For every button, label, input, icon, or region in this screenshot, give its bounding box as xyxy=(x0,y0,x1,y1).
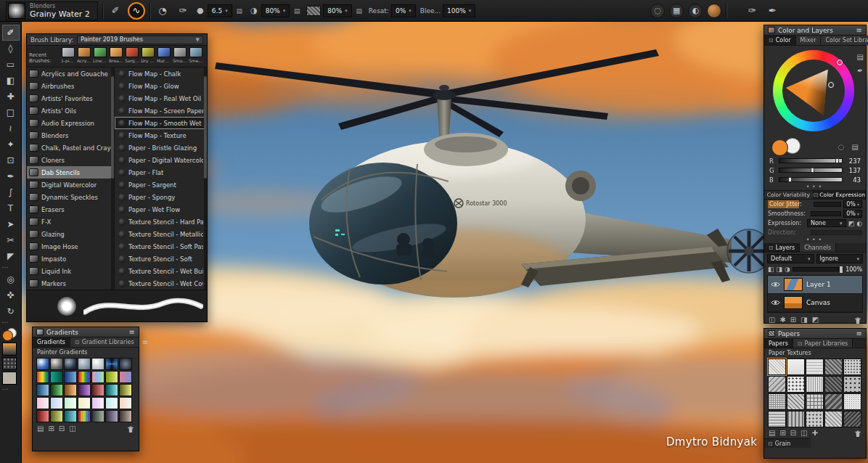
color-wheel-options-icon[interactable]: ✒ xyxy=(857,67,863,75)
smoothness-slider[interactable] xyxy=(811,211,841,216)
brush-category[interactable]: Digital Watercolor xyxy=(27,179,114,191)
blend-mode-dropdown[interactable]: Default▾ xyxy=(767,254,814,263)
perspective-grid-icon[interactable]: ▦ xyxy=(669,4,684,18)
lasso-tool[interactable]: ≀ xyxy=(2,120,20,136)
spinner-icon[interactable]: ▾ xyxy=(857,202,859,207)
brush-variant[interactable]: Flow Map - Smooth Wet Oil xyxy=(115,117,207,129)
grain-input[interactable]: 80%▾ xyxy=(323,4,352,17)
gradient-swatch[interactable] xyxy=(105,410,118,422)
gradient-swatch[interactable] xyxy=(105,397,118,409)
recent-brush[interactable]: Broad... xyxy=(109,47,123,63)
brush-variant[interactable]: Flow Map - Screen Paper xyxy=(115,105,207,117)
color-marker[interactable] xyxy=(828,82,834,88)
mirror-painting-icon[interactable]: ◐ xyxy=(688,4,703,18)
color-wheel[interactable]: ▤ ✒ xyxy=(764,46,866,137)
paper-swatch[interactable] xyxy=(824,358,843,375)
brush-category[interactable]: Artists' Oils xyxy=(27,105,114,117)
preserve-transparency-icon[interactable]: ◧ xyxy=(768,266,774,273)
panel-header[interactable]: Gradients ≡ xyxy=(33,327,139,337)
gradient-swatch[interactable] xyxy=(78,358,91,370)
gradient-swatch[interactable] xyxy=(119,358,132,370)
gradient-swatch[interactable] xyxy=(64,384,77,396)
gradient-swatch[interactable] xyxy=(64,397,77,409)
magic-wand-tool[interactable]: ✦ xyxy=(2,136,20,152)
brush-library-dropdown[interactable]: Painter 2019 Brushes▼ xyxy=(77,36,203,44)
gradient-swatch[interactable] xyxy=(119,371,132,383)
dynamic-plugins-icon[interactable]: ✱ xyxy=(779,316,785,324)
brush-variant[interactable]: Paper - Wet Flow xyxy=(115,203,207,216)
recent-brush[interactable]: Dry Pal... xyxy=(141,47,155,63)
quick-brush-icon[interactable]: ✑ xyxy=(744,3,760,19)
paper-swatch[interactable] xyxy=(806,376,824,393)
brush-variant[interactable]: Texture Stencil - Metallic xyxy=(115,228,207,240)
paper-swatch[interactable] xyxy=(787,393,805,410)
color-values-toggle-icon[interactable]: ▤ xyxy=(852,143,859,151)
gradient-swatch[interactable] xyxy=(36,384,49,396)
recent-brush[interactable]: Linear... xyxy=(93,47,107,63)
gradient-swatch[interactable] xyxy=(36,397,49,409)
edit-brush-icon[interactable]: ✒ xyxy=(764,3,780,19)
brush-variant[interactable]: Flow Map - Texture xyxy=(115,129,207,142)
delete-paper-icon[interactable] xyxy=(854,430,861,438)
brush-category[interactable]: Acrylics and Gouache xyxy=(27,67,114,80)
brush-variant[interactable]: Flow Map - Real Wet Oil xyxy=(115,92,207,105)
gradient-swatch[interactable] xyxy=(91,358,105,370)
scissors-tool[interactable]: ✂ xyxy=(2,232,20,248)
paper-swatch[interactable] xyxy=(768,411,786,427)
brush-variant[interactable]: Texture Stencil - Wet Buildup xyxy=(115,265,207,277)
gradient-swatch[interactable] xyxy=(36,410,49,422)
new-gradient-icon[interactable]: ◫ xyxy=(69,425,75,433)
color-jitter-slider[interactable] xyxy=(814,202,841,207)
paper-swatch[interactable] xyxy=(768,358,786,375)
gradient-swatch[interactable] xyxy=(78,384,91,396)
brush-category[interactable]: Dynamic Speckles xyxy=(27,191,114,203)
brush-category[interactable]: Erasers xyxy=(27,203,114,216)
hue-ring[interactable] xyxy=(773,50,854,131)
grain-slider-icon[interactable]: ▤ xyxy=(354,7,364,15)
brush-category[interactable]: Artists' Favorites xyxy=(27,92,114,105)
crop-tool[interactable]: ⊡ xyxy=(2,152,20,168)
expression-settings-icon[interactable]: ◐ xyxy=(856,220,862,227)
spinner-icon[interactable]: ▾ xyxy=(409,8,412,14)
brush-variant[interactable]: Paper - Digital Watercolor Par xyxy=(115,154,207,166)
layer-row-layer-1[interactable]: Layer 1 xyxy=(768,276,862,294)
text-tool[interactable]: T xyxy=(2,200,20,216)
primary-color-swatch[interactable] xyxy=(771,139,788,156)
tab-gradient-libraries[interactable]: ⊡Gradient Libraries xyxy=(70,337,139,347)
gradient-swatch[interactable] xyxy=(91,384,105,396)
recent-brush[interactable]: 1-pixel... xyxy=(61,47,75,63)
gradient-swatch[interactable] xyxy=(64,371,77,383)
pattern-selector[interactable] xyxy=(2,357,17,370)
paper-swatch[interactable] xyxy=(787,411,805,427)
gradient-swatch[interactable] xyxy=(50,410,63,422)
kaleidoscope-ball-icon[interactable] xyxy=(707,4,721,18)
gradient-swatch[interactable] xyxy=(119,397,132,409)
panel-header[interactable]: Papers ≡ xyxy=(764,329,866,339)
paper-swatch[interactable] xyxy=(843,376,861,393)
composite-depth-dropdown[interactable]: Ignore▾ xyxy=(816,254,864,263)
paper-swatch[interactable] xyxy=(843,411,861,427)
green-slider[interactable] xyxy=(779,168,843,173)
size-slider-icon[interactable]: ▤ xyxy=(234,7,245,15)
brush-category[interactable]: Impasto xyxy=(27,253,114,265)
brush-variant[interactable]: Texture Stencil - Soft Pastel xyxy=(115,240,207,253)
new-layer-mask-icon[interactable]: ◨ xyxy=(801,316,807,324)
eraser-tool[interactable]: ▭ xyxy=(2,57,20,73)
gradient-swatch[interactable] xyxy=(91,371,105,383)
primary-secondary-colors[interactable] xyxy=(771,138,801,156)
brush-variant[interactable]: Paper - Spongy xyxy=(115,191,207,203)
tab-paper-libraries[interactable]: ⊡Paper Libraries xyxy=(793,339,853,348)
paint-bucket-tool[interactable]: ◧ xyxy=(2,73,20,89)
main-color-swatch[interactable] xyxy=(2,328,17,341)
tab-layers[interactable]: ⊡Layers xyxy=(764,243,800,252)
tab-color-variability[interactable]: Color Variability xyxy=(764,191,814,199)
gradient-selector[interactable] xyxy=(2,343,17,356)
brush-variant[interactable]: Texture Stencil - Hard Pastel xyxy=(115,216,207,228)
brush-variant[interactable]: Flow Map - Glow xyxy=(115,80,207,92)
brush-variant[interactable]: Texture Stencil - Soft xyxy=(115,253,207,265)
brush-variant[interactable]: Paper - Bristle Glazing xyxy=(115,142,207,154)
gradient-library-icon[interactable]: ▤ xyxy=(37,425,44,433)
recent-brush[interactable]: Sargent... xyxy=(125,47,139,63)
spinner-icon[interactable]: ▾ xyxy=(345,8,348,14)
dab-profile-icon[interactable]: ◔ xyxy=(155,3,171,19)
